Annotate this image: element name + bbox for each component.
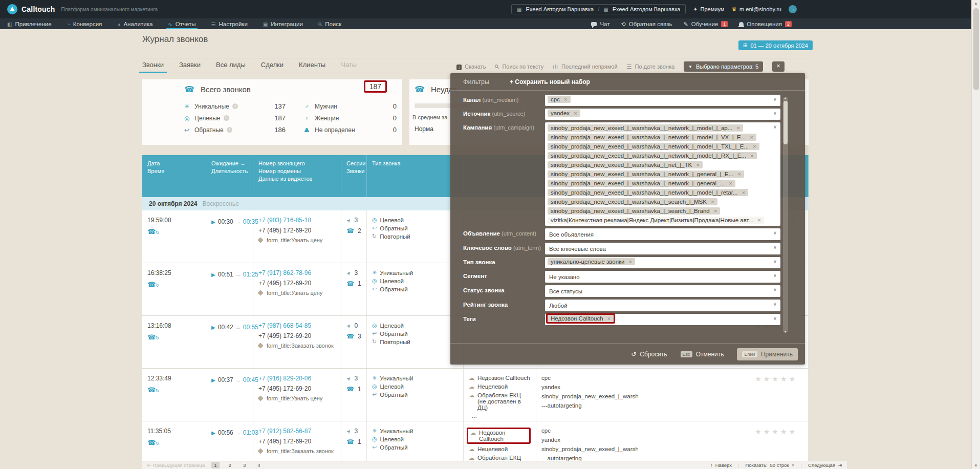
help-icon[interactable]: ? (224, 115, 229, 121)
caller-number[interactable]: +7 (916) 829-20-06 (258, 375, 336, 382)
toolbar-item[interactable]: Поиск по тексту (495, 63, 543, 70)
toolbar-item[interactable]: Последний непрямой (553, 63, 617, 70)
rows-per-page-select[interactable]: Показать: 50 строк ∨ (746, 462, 795, 468)
star-icon[interactable]: ★ (755, 375, 761, 415)
header-numbers[interactable]: Номер звонящегоНомер подменыДанные из ви… (253, 155, 341, 197)
filter-chip[interactable]: sinoby_prodaja_new_exeed_|_warshavka_|_n… (548, 170, 744, 178)
page-number-button[interactable]: 2 (226, 462, 234, 468)
filter-chip[interactable]: sinoby_prodaja_new_exeed_|_warshavka_|_n… (548, 152, 757, 159)
tag-item[interactable]: ... (469, 413, 531, 419)
scroll-down-icon[interactable]: ▼ (974, 463, 978, 468)
chevron-down-icon[interactable]: ∨ (773, 287, 777, 292)
tab[interactable]: Клиенты (299, 61, 325, 73)
remove-chip-icon[interactable]: × (607, 315, 611, 322)
tag-item[interactable]: Недозвон Calltouch (469, 375, 531, 381)
remove-chip-icon[interactable]: × (714, 208, 717, 214)
chevron-down-icon[interactable]: ∨ (773, 315, 777, 321)
notifications-button[interactable]: Оповещения 2 (739, 21, 792, 27)
caller-number[interactable]: +7 (987) 668-54-85 (258, 322, 336, 329)
nav-item[interactable]: Отчеты (168, 18, 195, 30)
chevron-down-icon[interactable]: ∨ (773, 301, 777, 307)
tag-item[interactable]: Нецелевой (469, 383, 531, 390)
star-icon[interactable]: ★ (780, 428, 787, 461)
filter-chip[interactable]: уникально-целевые звонки× (548, 258, 635, 265)
star-icon[interactable]: ★ (764, 375, 770, 415)
close-filters-button[interactable]: × (772, 61, 785, 72)
source-select[interactable]: yandex× ∨ (545, 109, 780, 120)
header-call-type[interactable]: Тип звонка (367, 155, 464, 197)
remove-chip-icon[interactable]: × (750, 153, 754, 159)
chevron-down-icon[interactable]: ∨ (773, 96, 777, 102)
caller-number[interactable]: +7 (917) 862-78-96 (258, 269, 336, 276)
feedback-button[interactable]: Обратная связь (621, 21, 672, 28)
header-sessions[interactable]: СессииЗвонки (341, 155, 367, 197)
campaign-select[interactable]: sinoby_prodaja_new_exeed_|_warshavka_|_n… (545, 122, 780, 226)
account-switcher[interactable]: ▦ Exeed Автодом Варшавка / ▦ Exeed Автод… (511, 4, 686, 14)
scroll-up-icon[interactable]: ▲ (783, 96, 787, 100)
rating-select[interactable]: Любой ∨ (545, 300, 780, 311)
filter-chip[interactable]: vizitka|Контекстная реклама|Яндекс Дирек… (548, 217, 764, 224)
toolbar-item[interactable]: Скачать (456, 63, 486, 70)
toolbar-item[interactable]: По дате звонка (627, 63, 674, 70)
filter-chip[interactable]: sinoby_prodaja_new_exeed_|_warshavka_|_n… (548, 180, 735, 187)
calltouch-logo-icon[interactable] (7, 4, 17, 14)
header-wait-duration[interactable]: Ожидание →Длительность (206, 155, 253, 197)
filter-chip[interactable]: sinoby_prodaja_new_exeed_|_warshavka_|_n… (548, 124, 743, 132)
keyword-select[interactable]: Все ключевые слова ∨ (545, 243, 780, 254)
training-button[interactable]: Обучение 1 (683, 21, 728, 28)
chevron-down-icon[interactable]: ∨ (773, 110, 777, 116)
play-record-icon[interactable]: ▶ (211, 377, 215, 383)
panel-scrollbar[interactable]: ▲ ▼ (783, 97, 788, 333)
user-menu[interactable]: ♛ m.eni@sinoby.ru (731, 6, 781, 13)
remove-chip-icon[interactable]: × (753, 143, 756, 150)
tab[interactable]: Чаты (341, 61, 357, 73)
filter-chip[interactable]: sinoby_prodaja_new_exeed_|_warshavka_|_n… (548, 143, 759, 150)
star-icon[interactable]: ★ (764, 428, 770, 461)
scroll-to-top-button[interactable]: ↑Наверх (710, 462, 732, 468)
premium-link[interactable]: ✦ Премиум (693, 6, 724, 13)
remove-chip-icon[interactable]: × (750, 134, 753, 140)
remove-chip-icon[interactable]: × (737, 171, 741, 177)
page-number-button[interactable]: 4 (255, 462, 263, 468)
star-icon[interactable]: ★ (789, 375, 795, 415)
segment-select[interactable]: Не указано ∨ (545, 271, 780, 283)
scrollbar-thumb[interactable] (783, 101, 788, 144)
prev-page-button[interactable]: ⇤ Предыдущая страница (147, 462, 205, 468)
nav-item[interactable]: Интеграции (263, 18, 303, 30)
star-icon[interactable]: ★ (772, 375, 778, 415)
filter-chip[interactable]: sinoby_prodaja_new_exeed_|_warshavka_|_n… (548, 134, 756, 141)
caller-number[interactable]: +7 (903) 716-85-18 (258, 217, 336, 224)
filter-chip[interactable]: sinoby_prodaja_new_exeed_|_warshavka_|_s… (548, 198, 717, 205)
remove-chip-icon[interactable]: × (736, 125, 740, 131)
scroll-up-icon[interactable]: ▲ (974, 1, 978, 6)
next-page-button[interactable]: Следующая⇥ (808, 462, 842, 468)
nav-item[interactable]: Поиск (318, 18, 341, 30)
page-number-button[interactable]: 1 (211, 462, 219, 468)
tab[interactable]: Заявки (179, 61, 201, 73)
chevron-down-icon[interactable]: ∨ (773, 230, 777, 236)
tag-item[interactable]: Нецелевой (469, 446, 531, 453)
remove-chip-icon[interactable]: × (574, 110, 577, 116)
star-icon[interactable]: ★ (772, 428, 778, 461)
remove-chip-icon[interactable]: × (628, 259, 632, 265)
chevron-down-icon[interactable]: ∨ (773, 124, 777, 130)
star-icon[interactable]: ★ (780, 375, 787, 415)
date-range-button[interactable]: ⊞ 01 — 20 октября 2024 (738, 40, 813, 50)
remove-chip-icon[interactable]: × (696, 162, 700, 168)
chevron-down-icon[interactable]: ∨ (773, 272, 777, 278)
reset-filters-button[interactable]: ↺ Сбросить (631, 351, 667, 358)
filter-chip[interactable]: sinoby_prodaja_new_exeed_|_warshavka_|_n… (548, 161, 703, 168)
cancel-button[interactable]: Esc Отменить (681, 351, 724, 358)
remove-chip-icon[interactable]: × (729, 180, 732, 186)
filter-chip[interactable]: Недозвон Calltouch× (546, 313, 615, 324)
nav-item[interactable]: Аналитика (117, 18, 153, 30)
call-type-select[interactable]: уникально-целевые звонки× ∨ (545, 257, 780, 268)
page-scrollbar[interactable]: ▲ ▼ (971, 0, 980, 469)
apply-button[interactable]: Enter Применить (737, 348, 798, 360)
page-number-button[interactable]: 3 (241, 462, 248, 468)
remove-chip-icon[interactable]: × (711, 199, 714, 205)
filter-chip[interactable]: cpc× (548, 96, 571, 103)
filter-chip[interactable]: sinoby_prodaja_new_exeed_|_warshavka_|_n… (548, 189, 748, 196)
filter-chip[interactable]: sinoby_prodaja_new_exeed_|_warshavka_|_s… (548, 207, 720, 215)
tag-item[interactable]: Обработан ЕКЦ (не доставлен в ДЦ) (469, 392, 531, 411)
